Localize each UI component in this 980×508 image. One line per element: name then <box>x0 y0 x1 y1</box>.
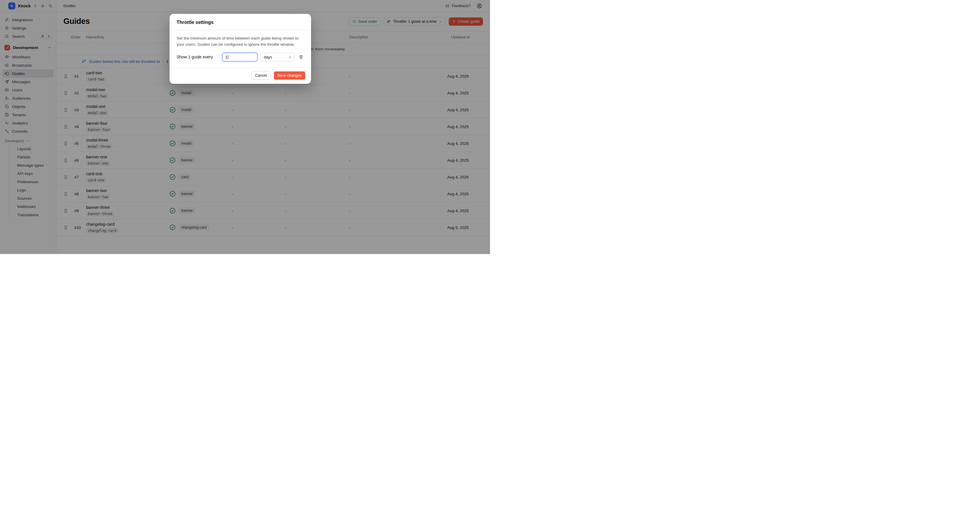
throttle-input-label: Show 1 guide every <box>177 54 216 59</box>
throttle-unit-select[interactable]: days <box>260 53 294 61</box>
throttle-settings-dialog: Throttle settings Set the minimum amount… <box>170 14 311 84</box>
save-changes-button[interactable]: Save changes <box>274 71 305 80</box>
cancel-button[interactable]: Cancel <box>251 71 270 80</box>
delete-throttle-button[interactable] <box>298 54 304 60</box>
text-caret <box>228 55 229 59</box>
dialog-description: Set the minimum amount of time between e… <box>177 35 304 48</box>
select-stepper-icon <box>288 55 292 59</box>
throttle-value-input[interactable]: 1 <box>222 53 258 61</box>
dialog-title: Throttle settings <box>177 20 304 25</box>
